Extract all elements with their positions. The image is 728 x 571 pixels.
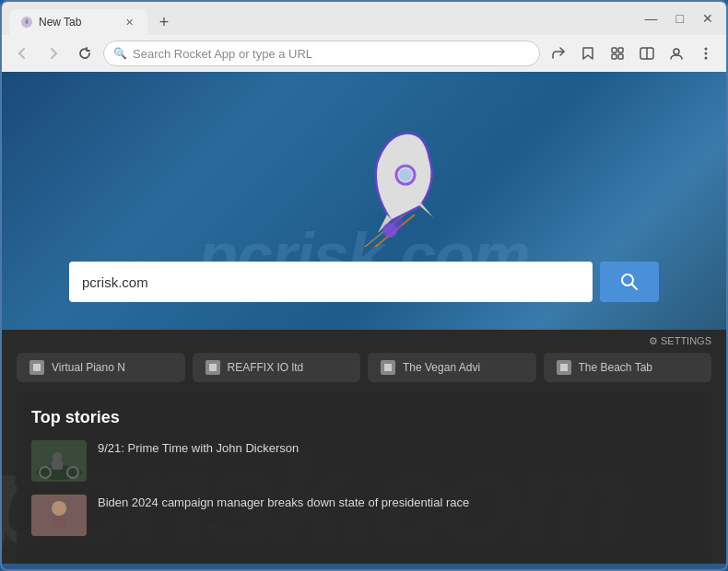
svg-rect-1 [612,48,616,52]
quick-link-favicon-2 [381,360,395,375]
address-bar[interactable]: 🔍 Search Rocket App or type a URL [103,41,540,66]
browser-frame: New Tab ✕ + — □ ✕ [0,0,728,571]
top-stories-title: Top stories [31,408,697,427]
bottom-section: pcrisk.com ⚙ SETTINGS Virtual Piano N [2,330,726,564]
quick-link-label-1: REAFFIX IO ltd [228,361,304,374]
quick-link-label-3: The Beach Tab [579,361,653,374]
puzzle-icon [610,46,625,61]
address-search-icon: 🔍 [113,47,127,60]
forward-icon [47,47,60,60]
rocket-icon [346,127,465,247]
tab-title: New Tab [39,16,81,29]
quick-link-3[interactable]: The Beach Tab [544,353,712,382]
svg-rect-22 [209,364,217,371]
page-icon-3 [558,361,570,374]
quick-link-2[interactable]: The Vegan Advi [368,353,536,382]
share-icon [551,46,566,61]
svg-rect-30 [52,460,63,470]
extensions-button[interactable] [605,41,630,66]
story-image-1 [31,495,87,536]
forward-button[interactable] [41,41,66,66]
quick-link-1[interactable]: REAFFIX IO ltd [193,353,361,382]
share-button[interactable] [546,41,571,66]
search-button[interactable] [600,262,659,302]
svg-rect-20 [33,364,41,371]
tabs-area: New Tab ✕ + [9,2,636,35]
quick-links: Virtual Piano N REAFFIX IO ltd [2,353,726,393]
svg-rect-4 [618,54,623,59]
page-icon-0 [30,361,43,374]
quick-link-favicon-1 [205,360,220,375]
svg-point-29 [53,452,62,461]
close-button[interactable]: ✕ [697,9,719,28]
svg-point-14 [399,169,412,181]
story-art-0 [31,440,87,482]
split-view-button[interactable] [634,41,660,66]
bookmark-icon [581,46,594,61]
top-stories: Top stories [17,393,711,564]
minimize-button[interactable]: — [640,9,663,28]
address-text: Search Rocket App or type a URL [133,47,312,61]
window-controls: — □ ✕ [640,9,719,28]
settings-link[interactable]: ⚙ SETTINGS [649,335,711,347]
quick-link-favicon-0 [29,360,44,375]
story-art-1 [31,495,87,536]
story-item-1[interactable]: Biden 2024 campaign manager breaks down … [31,495,697,536]
reload-button[interactable] [72,41,98,66]
active-tab[interactable]: New Tab ✕ [9,9,147,35]
rocket-container [346,127,465,251]
story-thumbnail-0 [31,440,87,482]
svg-rect-26 [560,364,568,371]
search-icon [620,273,639,291]
profile-icon [669,46,684,61]
split-view-icon [640,47,654,60]
svg-point-17 [622,274,633,286]
quick-link-0[interactable]: Virtual Piano N [17,353,185,382]
svg-point-9 [705,52,708,55]
back-button[interactable] [9,41,35,66]
reload-icon [78,47,91,60]
tab-close-button[interactable]: ✕ [122,15,136,29]
title-bar: New Tab ✕ + — □ ✕ [2,2,726,35]
svg-rect-24 [384,364,392,371]
svg-point-8 [705,48,708,51]
page-icon-1 [206,361,219,374]
svg-line-18 [632,285,637,289]
story-image-0 [31,440,87,482]
back-icon [16,47,29,60]
maximize-button[interactable]: □ [671,9,689,28]
main-content: pcrisk.com [2,72,726,569]
bookmark-button[interactable] [575,41,601,66]
story-headline-0: 9/21: Prime Time with John Dickerson [98,440,697,457]
search-input[interactable] [69,262,593,302]
menu-button[interactable] [693,41,719,66]
hero-section: pcrisk.com [2,72,726,330]
svg-point-7 [674,49,679,54]
quick-link-label-0: Virtual Piano N [52,361,125,374]
new-tab-button[interactable]: + [151,9,177,35]
svg-rect-36 [31,495,87,536]
page-icon-2 [382,361,394,374]
svg-point-10 [705,57,708,60]
tab-favicon-icon [20,16,33,29]
svg-rect-3 [612,54,616,59]
story-thumbnail-1 [31,495,87,536]
nav-actions [546,41,719,66]
svg-rect-2 [618,48,623,52]
search-container [69,262,659,302]
profile-button[interactable] [663,41,689,66]
settings-bar: ⚙ SETTINGS [2,330,726,353]
quick-link-label-2: The Vegan Advi [403,361,480,374]
more-icon [704,47,708,60]
svg-point-16 [382,223,397,238]
story-item-0[interactable]: 9/21: Prime Time with John Dickerson [31,440,697,482]
story-headline-1: Biden 2024 campaign manager breaks down … [98,495,697,511]
nav-bar: 🔍 Search Rocket App or type a URL [2,35,726,72]
quick-link-favicon-3 [557,360,571,375]
